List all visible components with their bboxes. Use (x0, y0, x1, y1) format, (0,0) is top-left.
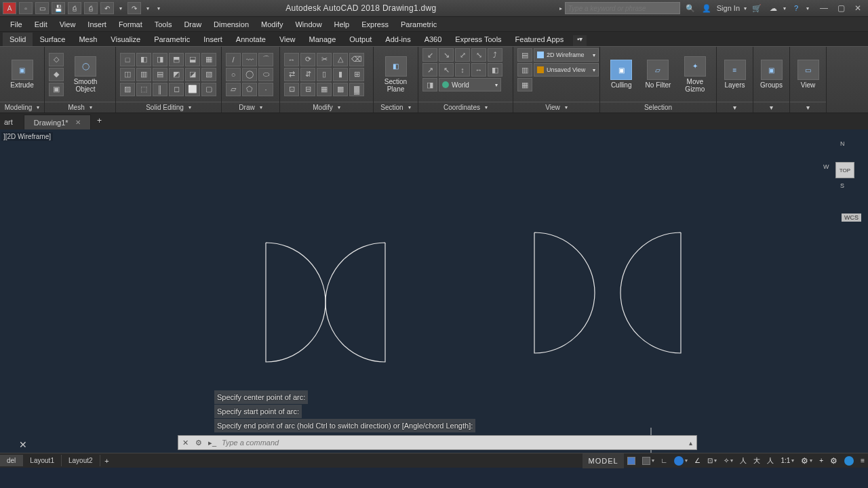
viewcube-w[interactable]: W (823, 163, 829, 170)
se-tool[interactable]: ⬒ (169, 53, 184, 66)
menu-format[interactable]: Format (113, 18, 149, 30)
se-tool[interactable]: ⬓ (185, 53, 200, 66)
menu-modify[interactable]: Modify (255, 18, 289, 30)
ucs-tool[interactable]: ◨ (422, 78, 437, 92)
menu-parametric[interactable]: Parametric (395, 18, 443, 30)
mod-tool[interactable]: ⟳ (300, 53, 315, 66)
save-icon[interactable]: 💾 (52, 2, 65, 14)
menu-draw[interactable]: Draw (178, 18, 208, 30)
layout2-tab[interactable]: Layout2 (62, 455, 100, 466)
cmd-recent-icon[interactable]: ▴ (684, 439, 696, 447)
panel-modeling-label[interactable]: Modeling (0, 102, 44, 113)
panel-solidediting-label[interactable]: Solid Editing (116, 102, 221, 113)
open-icon[interactable]: ▭ (35, 2, 49, 14)
visual-style-combo[interactable]: 2D Wireframe▾ (534, 48, 599, 62)
tab-output[interactable]: Output (342, 33, 378, 46)
viewcube[interactable]: N W TOP S (822, 135, 863, 203)
mod-tool[interactable]: ⊟ (300, 83, 315, 96)
mesh-tool[interactable]: ◇ (49, 53, 64, 66)
mod-tool[interactable]: ▓ (349, 83, 364, 96)
menu-dimension[interactable]: Dimension (208, 18, 255, 30)
draw-tool[interactable]: ⬭ (258, 68, 273, 81)
new-doc-tab[interactable]: + (92, 116, 107, 129)
se-tool[interactable]: □ (120, 53, 135, 66)
mod-tool[interactable]: ↔ (284, 53, 299, 66)
command-line[interactable]: ✕ ⚙ ▸_ ▴ (178, 435, 697, 450)
draw-tool[interactable]: 〰 (242, 53, 257, 66)
se-tool[interactable]: ▧ (201, 68, 216, 81)
cmd-close-icon[interactable]: ✕ (178, 436, 192, 449)
command-input[interactable] (219, 439, 684, 447)
help-dropdown[interactable]: ▾ (806, 5, 809, 12)
signin-link[interactable]: Sign In (717, 4, 740, 12)
a360-dropdown[interactable]: ▾ (783, 5, 786, 12)
mod-tool[interactable]: ⌫ (349, 53, 364, 66)
ucs-tool[interactable]: ↔ (471, 63, 486, 77)
tab-parametric[interactable]: Parametric (147, 33, 197, 46)
exchange-icon[interactable]: 🛒 (751, 2, 763, 14)
se-tool[interactable]: ▥ (136, 68, 151, 81)
status-polar-icon[interactable]: ∠ (691, 453, 704, 468)
layout-close-icon[interactable]: ✕ (19, 439, 27, 450)
redo-dropdown[interactable]: ▾ (144, 5, 152, 12)
viewpanel-button[interactable]: ▭View (794, 60, 822, 89)
menu-window[interactable]: Window (289, 18, 328, 30)
se-tool[interactable]: ◨ (153, 53, 167, 66)
window-minimize[interactable]: — (820, 3, 828, 13)
status-qp-icon[interactable]: 人 (764, 453, 777, 468)
mod-tool[interactable]: ⇵ (300, 68, 315, 81)
mesh-tool[interactable]: ◆ (49, 68, 64, 81)
status-plus-icon[interactable]: + (816, 453, 827, 468)
ucs-tool[interactable]: ◧ (488, 63, 502, 77)
groups-button[interactable]: ▣Groups (757, 60, 785, 89)
section-plane-button[interactable]: ◧Section Plane (378, 56, 414, 93)
menu-edit[interactable]: Edit (28, 18, 54, 30)
se-tool[interactable]: ◪ (185, 68, 200, 81)
se-tool[interactable]: ▨ (120, 83, 135, 96)
ucs-tool[interactable]: ↘ (439, 48, 454, 62)
se-tool[interactable]: ◧ (136, 53, 151, 66)
draw-tool[interactable]: / (226, 53, 241, 66)
tab-surface[interactable]: Surface (33, 33, 72, 46)
signin-dropdown[interactable]: ▾ (744, 5, 747, 12)
menu-view[interactable]: View (54, 18, 82, 30)
viewcube-n[interactable]: N (840, 140, 845, 147)
draw-tool[interactable]: ○ (226, 68, 241, 81)
panel-view-label[interactable]: View (513, 102, 599, 113)
se-tool[interactable]: ⬚ (136, 83, 151, 96)
window-maximize[interactable]: ▢ (837, 3, 845, 13)
status-customize-icon[interactable]: ≡ (857, 453, 868, 468)
se-tool[interactable]: ◻ (169, 83, 184, 96)
panel-mesh-label[interactable]: Mesh (45, 102, 115, 113)
se-tool[interactable]: ▦ (201, 53, 216, 66)
tab-addins[interactable]: Add-ins (378, 33, 417, 46)
tab-featuredapps[interactable]: Featured Apps (509, 33, 571, 46)
app-menu-button[interactable]: A (3, 2, 16, 14)
mod-tool[interactable]: ✂ (317, 53, 332, 66)
panel-groups-label[interactable]: ▾ (753, 102, 789, 113)
title-expand[interactable]: ▸ (557, 5, 565, 12)
tab-solid[interactable]: Solid (3, 33, 33, 46)
mod-tool[interactable]: ⊡ (284, 83, 299, 96)
culling-button[interactable]: ▣Culling (604, 60, 638, 89)
view-tool[interactable]: ▤ (517, 48, 532, 62)
tab-visualize[interactable]: Visualize (104, 33, 147, 46)
viewcube-s[interactable]: S (840, 182, 844, 189)
status-workspace-icon[interactable]: ⚙ (827, 453, 841, 468)
mod-tool[interactable]: ⊞ (349, 68, 364, 81)
tab-insert[interactable]: Insert (197, 33, 229, 46)
redo-icon[interactable]: ↷ (127, 2, 141, 14)
doc-tab-start[interactable]: art (0, 115, 22, 129)
layers-button[interactable]: ≡Layers (721, 60, 749, 89)
panel-draw-label[interactable]: Draw (222, 102, 279, 113)
tab-mesh[interactable]: Mesh (72, 33, 104, 46)
status-lwt-icon[interactable]: 人 (736, 453, 750, 468)
smooth-object-button[interactable]: ◯Smooth Object (66, 56, 104, 93)
a360-icon[interactable]: ☁ (767, 2, 779, 14)
tab-view[interactable]: View (273, 33, 302, 46)
status-ortho-icon[interactable]: ∟ (658, 453, 671, 468)
se-tool[interactable]: ▢ (201, 83, 216, 96)
status-cleanscreen-icon[interactable] (841, 453, 857, 468)
mesh-tool[interactable]: ▣ (49, 83, 64, 96)
cmd-customize-icon[interactable]: ⚙ (192, 436, 205, 449)
